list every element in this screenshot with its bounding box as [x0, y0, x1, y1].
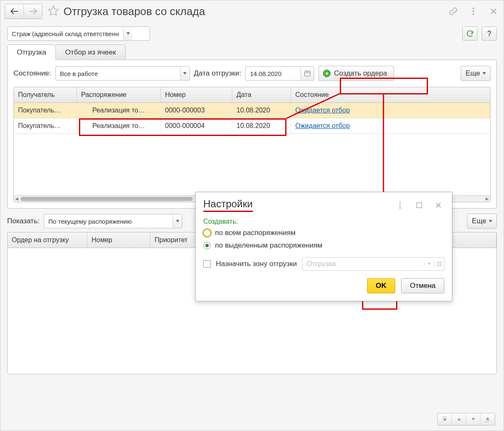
arrow-right-icon: [29, 8, 37, 14]
help-icon: ?: [487, 29, 492, 38]
svg-rect-7: [417, 203, 422, 208]
cell-date: 10.08.2020: [232, 118, 291, 133]
bar-down-icon: [485, 417, 490, 422]
col-date[interactable]: Дата: [232, 87, 291, 102]
radio-selected-label: по выделенным распоряжениям: [215, 241, 322, 250]
triangle-down-icon: [471, 417, 475, 421]
tab-shipment[interactable]: Отгрузка: [7, 44, 56, 60]
radio-all-label: по всем распоряжениям: [215, 229, 296, 237]
warehouse-dropdown-btn[interactable]: [123, 27, 132, 40]
refresh-button[interactable]: [462, 26, 478, 41]
radio-icon[interactable]: [203, 242, 211, 249]
chevron-down-icon: [489, 220, 492, 222]
col-recipient[interactable]: Получатель: [14, 87, 77, 102]
show-dropdown-btn[interactable]: [173, 214, 182, 228]
radio-selected-orders[interactable]: по выделенным распоряжениям: [203, 241, 444, 250]
create-orders-label: Создать ордера: [334, 69, 387, 78]
triangle-up-icon: [457, 417, 461, 421]
radio-icon[interactable]: [203, 229, 211, 237]
assign-zone-row: Назначить зону отгрузки Отгрузка: [203, 257, 444, 271]
svg-rect-9: [438, 262, 441, 265]
dialog-kebab-icon[interactable]: [394, 199, 406, 211]
favorite-star-icon[interactable]: [47, 5, 60, 18]
radio-all-orders[interactable]: по всем распоряжениям: [203, 229, 444, 237]
assign-zone-label: Назначить зону отгрузки: [216, 260, 297, 268]
scroll-thumb[interactable]: [21, 197, 193, 201]
chevron-down-icon: [428, 263, 431, 265]
svg-rect-3: [304, 71, 310, 76]
cell-status: Ожидается отбор: [291, 103, 490, 118]
dialog-maximize-icon[interactable]: [413, 199, 425, 211]
more-label: Еще: [472, 217, 486, 225]
calendar-icon: [304, 70, 311, 77]
bar-up-icon: [442, 417, 447, 422]
status-link[interactable]: Ожидается отбор: [295, 107, 350, 114]
help-button[interactable]: ?: [482, 26, 497, 41]
create-group-label: Создавать:: [203, 218, 444, 225]
arrow-left-icon: [10, 8, 18, 14]
kebab-menu-icon[interactable]: [467, 5, 479, 17]
warehouse-value: Страж (адресный склад ответственн: [8, 30, 123, 37]
more-button-lower[interactable]: Еще: [467, 214, 497, 229]
status-dropdown-btn[interactable]: [180, 67, 189, 80]
ship-date-value: 14.08.2020: [246, 67, 300, 80]
status-link[interactable]: Ожидается отбор: [295, 122, 350, 129]
scroll-right-icon[interactable]: ▶: [484, 196, 490, 201]
ok-button[interactable]: OK: [367, 278, 396, 293]
open-icon: [437, 261, 442, 266]
nav-last-button[interactable]: [480, 413, 495, 425]
warehouse-toolbar: Страж (адресный склад ответственн ?: [0, 22, 504, 44]
chevron-down-icon: [176, 220, 179, 222]
calendar-button[interactable]: [300, 67, 314, 80]
cell-order: Реализация то…: [77, 103, 161, 118]
create-orders-button[interactable]: + Создать ордера: [318, 66, 394, 81]
cell-status: Ожидается отбор: [291, 118, 490, 133]
cancel-button[interactable]: Отмена: [401, 278, 444, 293]
tab-picking[interactable]: Отбор из ячеек: [55, 44, 126, 60]
dialog-footer: OK Отмена: [196, 278, 452, 301]
col-number[interactable]: Номер: [161, 87, 232, 102]
nav-down-button[interactable]: [466, 413, 480, 425]
settings-dialog: Настройки Создавать: по всем распоряжени…: [195, 192, 452, 301]
svg-point-2: [472, 13, 474, 15]
cell-number: 0000-000003: [161, 103, 232, 118]
scroll-left-icon[interactable]: ◀: [14, 196, 20, 201]
col2-number[interactable]: Номер: [87, 232, 150, 248]
status-dropdown[interactable]: Все в работе: [55, 66, 190, 81]
col-order[interactable]: Распоряжение: [77, 87, 161, 102]
status-value: Все в работе: [56, 70, 180, 77]
warehouse-dropdown[interactable]: Страж (адресный склад ответственн: [7, 26, 150, 41]
more-button-upper[interactable]: Еще: [461, 66, 491, 81]
zone-dropdown: Отгрузка: [302, 257, 444, 271]
table-row[interactable]: Покупатель… Реализация то… 0000-000004 1…: [14, 118, 490, 134]
close-icon[interactable]: [488, 5, 499, 17]
link-icon[interactable]: [447, 5, 459, 17]
orders-table-body: Покупатель… Реализация то… 0000-000003 1…: [14, 103, 490, 195]
ship-date-field[interactable]: 14.08.2020: [245, 66, 314, 81]
show-dropdown[interactable]: По текущему распоряжению: [44, 214, 182, 228]
page-title: Отгрузка товаров со склада: [63, 5, 205, 18]
back-button[interactable]: [5, 4, 24, 18]
svg-point-1: [472, 10, 474, 12]
col2-order[interactable]: Ордер на отгрузку: [8, 232, 87, 248]
cell-order: Реализация то…: [77, 118, 161, 133]
history-nav: [5, 4, 42, 19]
date-label: Дата отгрузки:: [194, 69, 242, 78]
nav-first-button[interactable]: [438, 413, 452, 425]
zone-open-btn: [434, 261, 444, 266]
col-status[interactable]: Состояние: [291, 87, 490, 102]
svg-point-6: [399, 207, 401, 209]
orders-table: Получатель Распоряжение Номер Дата Состо…: [13, 87, 491, 202]
svg-point-0: [472, 8, 474, 9]
titlebar: Отгрузка товаров со склада: [0, 0, 504, 22]
table-row[interactable]: Покупатель… Реализация то… 0000-000003 1…: [14, 103, 490, 118]
nav-up-button[interactable]: [452, 413, 466, 425]
forward-button[interactable]: [24, 4, 42, 18]
tab-content: Состояние: Все в работе Дата отгрузки: 1…: [7, 60, 497, 209]
main-tabs: Отгрузка Отбор из ячеек: [0, 44, 504, 60]
assign-zone-checkbox[interactable]: [203, 260, 211, 268]
dialog-close-icon[interactable]: [433, 199, 444, 211]
svg-point-5: [399, 204, 401, 206]
cell-recipient: Покупатель…: [14, 118, 77, 133]
cell-recipient: Покупатель…: [14, 103, 77, 118]
